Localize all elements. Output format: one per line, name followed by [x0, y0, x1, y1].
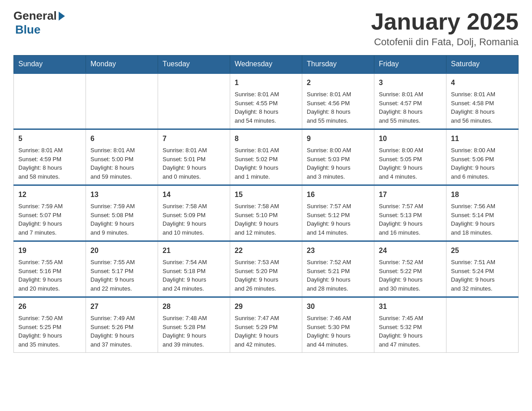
- day-number: 9: [307, 133, 369, 144]
- calendar-cell: [446, 297, 519, 353]
- day-info: Sunrise: 7:49 AM Sunset: 5:26 PM Dayligh…: [90, 314, 153, 349]
- day-number: 20: [90, 245, 153, 256]
- calendar-cell: 25Sunrise: 7:51 AM Sunset: 5:24 PM Dayli…: [446, 241, 519, 297]
- day-number: 21: [163, 245, 225, 256]
- day-info: Sunrise: 7:56 AM Sunset: 5:14 PM Dayligh…: [451, 202, 514, 237]
- title-section: January 2025 Cotofenii din Fata, Dolj, R…: [371, 9, 519, 48]
- day-number: 28: [163, 301, 225, 312]
- calendar-cell: 20Sunrise: 7:55 AM Sunset: 5:17 PM Dayli…: [86, 241, 158, 297]
- day-info: Sunrise: 8:01 AM Sunset: 4:57 PM Dayligh…: [379, 90, 442, 125]
- calendar-table: SundayMondayTuesdayWednesdayThursdayFrid…: [13, 55, 519, 353]
- day-number: 2: [307, 77, 369, 88]
- day-of-week-header: Friday: [374, 56, 446, 73]
- calendar-cell: 10Sunrise: 8:00 AM Sunset: 5:05 PM Dayli…: [374, 129, 446, 185]
- day-number: 25: [451, 245, 514, 256]
- logo: General Blue: [13, 9, 65, 37]
- day-info: Sunrise: 8:01 AM Sunset: 4:56 PM Dayligh…: [307, 90, 369, 125]
- day-info: Sunrise: 8:01 AM Sunset: 5:00 PM Dayligh…: [90, 146, 153, 181]
- day-of-week-header: Monday: [86, 56, 158, 73]
- day-of-week-header: Tuesday: [158, 56, 230, 73]
- day-number: 30: [307, 301, 369, 312]
- day-info: Sunrise: 8:00 AM Sunset: 5:05 PM Dayligh…: [379, 146, 442, 181]
- day-number: 15: [235, 189, 297, 200]
- day-of-week-header: Saturday: [446, 56, 519, 73]
- day-number: 3: [379, 77, 442, 88]
- calendar-cell: 11Sunrise: 8:00 AM Sunset: 5:06 PM Dayli…: [446, 129, 519, 185]
- calendar-cell: 16Sunrise: 7:57 AM Sunset: 5:12 PM Dayli…: [302, 185, 374, 241]
- calendar-cell: 6Sunrise: 8:01 AM Sunset: 5:00 PM Daylig…: [86, 129, 158, 185]
- calendar-cell: 26Sunrise: 7:50 AM Sunset: 5:25 PM Dayli…: [14, 297, 86, 353]
- calendar-cell: 24Sunrise: 7:52 AM Sunset: 5:22 PM Dayli…: [374, 241, 446, 297]
- calendar-cell: 5Sunrise: 8:01 AM Sunset: 4:59 PM Daylig…: [14, 129, 86, 185]
- calendar-cell: 12Sunrise: 7:59 AM Sunset: 5:07 PM Dayli…: [14, 185, 86, 241]
- day-info: Sunrise: 8:01 AM Sunset: 5:01 PM Dayligh…: [163, 146, 225, 181]
- week-row: 1Sunrise: 8:01 AM Sunset: 4:55 PM Daylig…: [14, 73, 519, 129]
- day-number: 14: [163, 189, 225, 200]
- calendar-header-row: SundayMondayTuesdayWednesdayThursdayFrid…: [14, 56, 519, 73]
- day-number: 24: [379, 245, 442, 256]
- calendar-cell: 17Sunrise: 7:57 AM Sunset: 5:13 PM Dayli…: [374, 185, 446, 241]
- day-number: 10: [379, 133, 442, 144]
- calendar-cell: 15Sunrise: 7:58 AM Sunset: 5:10 PM Dayli…: [230, 185, 302, 241]
- day-info: Sunrise: 7:48 AM Sunset: 5:28 PM Dayligh…: [163, 314, 225, 349]
- week-row: 19Sunrise: 7:55 AM Sunset: 5:16 PM Dayli…: [14, 241, 519, 297]
- week-row: 5Sunrise: 8:01 AM Sunset: 4:59 PM Daylig…: [14, 129, 519, 185]
- day-number: 6: [90, 133, 153, 144]
- day-info: Sunrise: 8:00 AM Sunset: 5:03 PM Dayligh…: [307, 146, 369, 181]
- week-row: 26Sunrise: 7:50 AM Sunset: 5:25 PM Dayli…: [14, 297, 519, 353]
- day-number: 13: [90, 189, 153, 200]
- calendar-cell: 31Sunrise: 7:45 AM Sunset: 5:32 PM Dayli…: [374, 297, 446, 353]
- day-info: Sunrise: 7:45 AM Sunset: 5:32 PM Dayligh…: [379, 314, 442, 349]
- day-info: Sunrise: 7:59 AM Sunset: 5:08 PM Dayligh…: [90, 202, 153, 237]
- day-info: Sunrise: 7:50 AM Sunset: 5:25 PM Dayligh…: [18, 314, 81, 349]
- day-number: 11: [451, 133, 514, 144]
- day-info: Sunrise: 7:59 AM Sunset: 5:07 PM Dayligh…: [18, 202, 81, 237]
- day-number: 5: [18, 133, 81, 144]
- calendar-cell: 4Sunrise: 8:01 AM Sunset: 4:58 PM Daylig…: [446, 73, 519, 129]
- day-number: 22: [235, 245, 297, 256]
- calendar-cell: 22Sunrise: 7:53 AM Sunset: 5:20 PM Dayli…: [230, 241, 302, 297]
- calendar-cell: 30Sunrise: 7:46 AM Sunset: 5:30 PM Dayli…: [302, 297, 374, 353]
- logo-general-text: General: [13, 9, 57, 23]
- day-info: Sunrise: 8:00 AM Sunset: 5:06 PM Dayligh…: [451, 146, 514, 181]
- calendar-cell: 27Sunrise: 7:49 AM Sunset: 5:26 PM Dayli…: [86, 297, 158, 353]
- page-header: General Blue January 2025 Cotofenii din …: [13, 9, 519, 48]
- day-number: 12: [18, 189, 81, 200]
- calendar-cell: 14Sunrise: 7:58 AM Sunset: 5:09 PM Dayli…: [158, 185, 230, 241]
- calendar-cell: 3Sunrise: 8:01 AM Sunset: 4:57 PM Daylig…: [374, 73, 446, 129]
- day-number: 31: [379, 301, 442, 312]
- day-number: 27: [90, 301, 153, 312]
- day-info: Sunrise: 8:01 AM Sunset: 5:02 PM Dayligh…: [235, 146, 297, 181]
- day-number: 29: [235, 301, 297, 312]
- day-info: Sunrise: 8:01 AM Sunset: 4:58 PM Dayligh…: [451, 90, 514, 125]
- week-row: 12Sunrise: 7:59 AM Sunset: 5:07 PM Dayli…: [14, 185, 519, 241]
- day-info: Sunrise: 7:51 AM Sunset: 5:24 PM Dayligh…: [451, 258, 514, 293]
- day-number: 18: [451, 189, 514, 200]
- calendar-cell: 7Sunrise: 8:01 AM Sunset: 5:01 PM Daylig…: [158, 129, 230, 185]
- day-number: 16: [307, 189, 369, 200]
- day-info: Sunrise: 7:54 AM Sunset: 5:18 PM Dayligh…: [163, 258, 225, 293]
- calendar-cell: 28Sunrise: 7:48 AM Sunset: 5:28 PM Dayli…: [158, 297, 230, 353]
- calendar-cell: [14, 73, 86, 129]
- day-info: Sunrise: 7:58 AM Sunset: 5:10 PM Dayligh…: [235, 202, 297, 237]
- location-text: Cotofenii din Fata, Dolj, Romania: [371, 36, 519, 48]
- day-number: 17: [379, 189, 442, 200]
- day-info: Sunrise: 7:47 AM Sunset: 5:29 PM Dayligh…: [235, 314, 297, 349]
- day-number: 1: [235, 77, 297, 88]
- logo-blue-text: Blue: [15, 23, 40, 37]
- calendar-cell: 8Sunrise: 8:01 AM Sunset: 5:02 PM Daylig…: [230, 129, 302, 185]
- day-of-week-header: Wednesday: [230, 56, 302, 73]
- day-number: 26: [18, 301, 81, 312]
- day-number: 7: [163, 133, 225, 144]
- calendar-cell: 2Sunrise: 8:01 AM Sunset: 4:56 PM Daylig…: [302, 73, 374, 129]
- day-info: Sunrise: 7:52 AM Sunset: 5:22 PM Dayligh…: [379, 258, 442, 293]
- day-info: Sunrise: 8:01 AM Sunset: 4:59 PM Dayligh…: [18, 146, 81, 181]
- day-info: Sunrise: 7:58 AM Sunset: 5:09 PM Dayligh…: [163, 202, 225, 237]
- day-info: Sunrise: 7:52 AM Sunset: 5:21 PM Dayligh…: [307, 258, 369, 293]
- day-info: Sunrise: 8:01 AM Sunset: 4:55 PM Dayligh…: [235, 90, 297, 125]
- day-number: 8: [235, 133, 297, 144]
- calendar-cell: 18Sunrise: 7:56 AM Sunset: 5:14 PM Dayli…: [446, 185, 519, 241]
- day-of-week-header: Thursday: [302, 56, 374, 73]
- calendar-cell: 23Sunrise: 7:52 AM Sunset: 5:21 PM Dayli…: [302, 241, 374, 297]
- calendar-cell: 13Sunrise: 7:59 AM Sunset: 5:08 PM Dayli…: [86, 185, 158, 241]
